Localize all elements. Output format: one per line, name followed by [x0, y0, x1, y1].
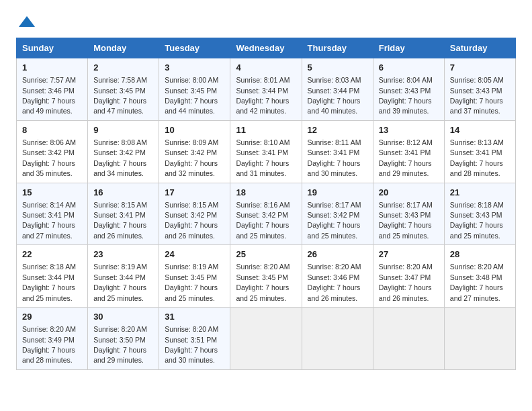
svg-marker-0 — [19, 16, 35, 27]
day-info: Sunrise: 8:20 AMSunset: 3:47 PMDaylight:… — [379, 263, 433, 302]
day-info: Sunrise: 8:05 AMSunset: 3:43 PMDaylight:… — [450, 76, 504, 115]
day-number: 16 — [93, 187, 154, 199]
calendar-cell: 6Sunrise: 8:04 AMSunset: 3:43 PMDaylight… — [373, 58, 444, 121]
day-info: Sunrise: 7:58 AMSunset: 3:45 PMDaylight:… — [93, 76, 147, 115]
day-number: 11 — [236, 124, 297, 136]
calendar-cell: 15Sunrise: 8:14 AMSunset: 3:41 PMDayligh… — [17, 183, 88, 245]
day-info: Sunrise: 8:09 AMSunset: 3:42 PMDaylight:… — [165, 138, 218, 177]
calendar-week-5: 29Sunrise: 8:20 AMSunset: 3:49 PMDayligh… — [17, 308, 516, 370]
header-row: SundayMondayTuesdayWednesdayThursdayFrid… — [17, 38, 516, 58]
calendar-cell: 22Sunrise: 8:18 AMSunset: 3:44 PMDayligh… — [17, 245, 88, 308]
col-header-sunday: Sunday — [17, 38, 88, 58]
day-info: Sunrise: 8:16 AMSunset: 3:42 PMDaylight:… — [236, 201, 290, 240]
calendar-cell: 5Sunrise: 8:03 AMSunset: 3:44 PMDaylight… — [302, 58, 373, 121]
calendar-cell: 9Sunrise: 8:08 AMSunset: 3:42 PMDaylight… — [88, 120, 159, 183]
logo — [16, 13, 36, 32]
calendar-cell: 13Sunrise: 8:12 AMSunset: 3:41 PMDayligh… — [373, 120, 444, 183]
day-number: 26 — [308, 248, 369, 261]
col-header-thursday: Thursday — [302, 38, 373, 58]
day-info: Sunrise: 8:04 AMSunset: 3:43 PMDaylight:… — [379, 76, 433, 115]
calendar-cell: 14Sunrise: 8:13 AMSunset: 3:41 PMDayligh… — [444, 120, 515, 183]
day-info: Sunrise: 7:57 AMSunset: 3:46 PMDaylight:… — [22, 76, 76, 115]
calendar-cell: 27Sunrise: 8:20 AMSunset: 3:47 PMDayligh… — [373, 245, 444, 308]
col-header-wednesday: Wednesday — [230, 38, 302, 58]
day-info: Sunrise: 8:20 AMSunset: 3:46 PMDaylight:… — [308, 263, 361, 302]
logo-icon — [17, 13, 36, 32]
day-number: 1 — [22, 62, 83, 74]
day-number: 20 — [379, 187, 440, 199]
calendar-cell: 23Sunrise: 8:19 AMSunset: 3:44 PMDayligh… — [88, 245, 159, 308]
day-number: 18 — [236, 187, 297, 199]
day-info: Sunrise: 8:17 AMSunset: 3:42 PMDaylight:… — [308, 201, 361, 240]
day-info: Sunrise: 8:13 AMSunset: 3:41 PMDaylight:… — [450, 138, 504, 177]
calendar-cell: 10Sunrise: 8:09 AMSunset: 3:42 PMDayligh… — [159, 120, 230, 183]
day-number: 17 — [165, 187, 226, 199]
day-info: Sunrise: 8:18 AMSunset: 3:44 PMDaylight:… — [22, 263, 76, 302]
calendar-cell: 12Sunrise: 8:11 AMSunset: 3:41 PMDayligh… — [302, 120, 373, 183]
day-info: Sunrise: 8:20 AMSunset: 3:51 PMDaylight:… — [165, 325, 218, 364]
calendar-cell: 11Sunrise: 8:10 AMSunset: 3:41 PMDayligh… — [230, 120, 302, 183]
calendar-cell: 17Sunrise: 8:15 AMSunset: 3:42 PMDayligh… — [159, 183, 230, 245]
col-header-saturday: Saturday — [444, 38, 515, 58]
day-info: Sunrise: 8:15 AMSunset: 3:42 PMDaylight:… — [165, 201, 218, 240]
day-info: Sunrise: 8:18 AMSunset: 3:43 PMDaylight:… — [450, 201, 504, 240]
page-header — [16, 13, 516, 32]
day-info: Sunrise: 8:20 AMSunset: 3:49 PMDaylight:… — [22, 325, 76, 364]
day-number: 6 — [379, 62, 440, 74]
calendar-cell: 24Sunrise: 8:19 AMSunset: 3:45 PMDayligh… — [159, 245, 230, 308]
calendar-cell: 29Sunrise: 8:20 AMSunset: 3:49 PMDayligh… — [17, 308, 88, 370]
calendar-week-4: 22Sunrise: 8:18 AMSunset: 3:44 PMDayligh… — [17, 245, 516, 308]
day-info: Sunrise: 8:08 AMSunset: 3:42 PMDaylight:… — [93, 138, 147, 177]
day-number: 12 — [308, 124, 369, 136]
day-info: Sunrise: 8:03 AMSunset: 3:44 PMDaylight:… — [308, 76, 361, 115]
calendar-cell: 21Sunrise: 8:18 AMSunset: 3:43 PMDayligh… — [444, 183, 515, 245]
day-info: Sunrise: 8:06 AMSunset: 3:42 PMDaylight:… — [22, 138, 76, 177]
calendar-cell — [373, 308, 444, 370]
day-number: 21 — [450, 187, 511, 199]
day-number: 24 — [165, 248, 226, 261]
day-number: 31 — [165, 311, 226, 323]
calendar-cell: 1Sunrise: 7:57 AMSunset: 3:46 PMDaylight… — [17, 58, 88, 121]
day-number: 9 — [93, 124, 154, 136]
day-info: Sunrise: 8:20 AMSunset: 3:50 PMDaylight:… — [93, 325, 147, 364]
calendar-week-3: 15Sunrise: 8:14 AMSunset: 3:41 PMDayligh… — [17, 183, 516, 245]
day-number: 30 — [93, 311, 154, 323]
day-number: 23 — [93, 248, 154, 261]
calendar-cell: 16Sunrise: 8:15 AMSunset: 3:41 PMDayligh… — [88, 183, 159, 245]
day-info: Sunrise: 8:15 AMSunset: 3:41 PMDaylight:… — [93, 201, 147, 240]
calendar-week-1: 1Sunrise: 7:57 AMSunset: 3:46 PMDaylight… — [17, 58, 516, 121]
day-number: 22 — [22, 248, 83, 261]
day-info: Sunrise: 8:12 AMSunset: 3:41 PMDaylight:… — [379, 138, 433, 177]
calendar-cell: 8Sunrise: 8:06 AMSunset: 3:42 PMDaylight… — [17, 120, 88, 183]
day-info: Sunrise: 8:20 AMSunset: 3:48 PMDaylight:… — [450, 263, 504, 302]
calendar-cell — [230, 308, 302, 370]
calendar-cell: 25Sunrise: 8:20 AMSunset: 3:45 PMDayligh… — [230, 245, 302, 308]
calendar-cell: 7Sunrise: 8:05 AMSunset: 3:43 PMDaylight… — [444, 58, 515, 121]
calendar-cell: 19Sunrise: 8:17 AMSunset: 3:42 PMDayligh… — [302, 183, 373, 245]
day-number: 28 — [450, 248, 511, 261]
day-number: 3 — [165, 62, 226, 74]
day-number: 27 — [379, 248, 440, 261]
calendar-cell: 28Sunrise: 8:20 AMSunset: 3:48 PMDayligh… — [444, 245, 515, 308]
day-number: 13 — [379, 124, 440, 136]
day-info: Sunrise: 8:10 AMSunset: 3:41 PMDaylight:… — [236, 138, 290, 177]
day-info: Sunrise: 8:00 AMSunset: 3:45 PMDaylight:… — [165, 76, 218, 115]
day-info: Sunrise: 8:01 AMSunset: 3:44 PMDaylight:… — [236, 76, 290, 115]
col-header-tuesday: Tuesday — [159, 38, 230, 58]
day-number: 7 — [450, 62, 511, 74]
day-info: Sunrise: 8:19 AMSunset: 3:45 PMDaylight:… — [165, 263, 218, 302]
day-info: Sunrise: 8:20 AMSunset: 3:45 PMDaylight:… — [236, 263, 290, 302]
day-info: Sunrise: 8:19 AMSunset: 3:44 PMDaylight:… — [93, 263, 147, 302]
day-number: 5 — [308, 62, 369, 74]
calendar-cell: 20Sunrise: 8:17 AMSunset: 3:43 PMDayligh… — [373, 183, 444, 245]
col-header-friday: Friday — [373, 38, 444, 58]
day-number: 10 — [165, 124, 226, 136]
calendar-cell: 2Sunrise: 7:58 AMSunset: 3:45 PMDaylight… — [88, 58, 159, 121]
day-info: Sunrise: 8:14 AMSunset: 3:41 PMDaylight:… — [22, 201, 76, 240]
day-number: 2 — [93, 62, 154, 74]
day-number: 8 — [22, 124, 83, 136]
day-number: 19 — [308, 187, 369, 199]
calendar-cell: 4Sunrise: 8:01 AMSunset: 3:44 PMDaylight… — [230, 58, 302, 121]
calendar-cell: 31Sunrise: 8:20 AMSunset: 3:51 PMDayligh… — [159, 308, 230, 370]
day-number: 4 — [236, 62, 297, 74]
